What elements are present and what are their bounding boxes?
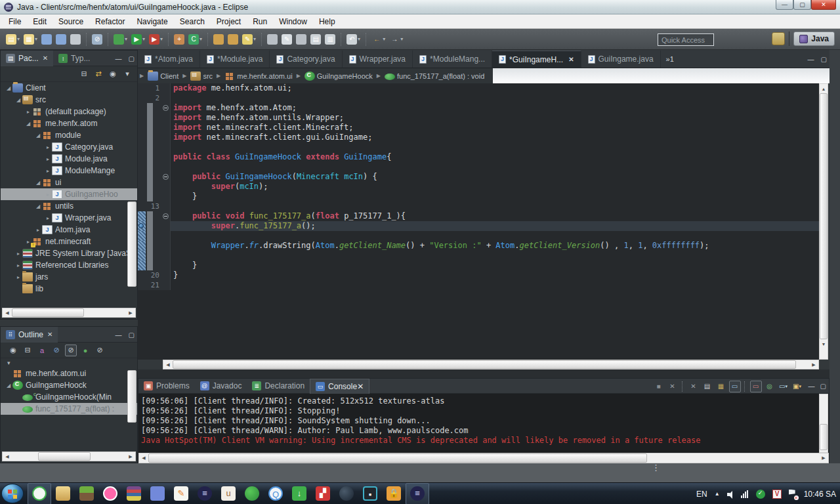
- window-minimize-button[interactable]: —: [776, 0, 793, 10]
- taskbar-osu-button[interactable]: [98, 483, 122, 504]
- toolbar-save-button[interactable]: [40, 32, 53, 47]
- console-show-on-stderr-button[interactable]: ▭: [750, 381, 762, 392]
- dropdown-arrow-icon[interactable]: ▾: [358, 36, 360, 42]
- tab-overflow-indicator[interactable]: »1: [666, 55, 674, 63]
- console-open-console-button[interactable]: ▣▾: [791, 381, 803, 392]
- package-explorer-item[interactable]: ◢src: [1, 94, 137, 106]
- antivirus-tray-icon[interactable]: [772, 490, 782, 499]
- toolbar-search-button[interactable]: [295, 32, 308, 47]
- menu-help[interactable]: Help: [313, 15, 341, 28]
- outline-hscroll[interactable]: ◀ ▶: [2, 452, 136, 461]
- toolbar-print-button[interactable]: [69, 32, 82, 47]
- view-toolbar-link-with-editor-button[interactable]: ⇄: [93, 68, 104, 80]
- console-display-selected-console-button[interactable]: ▭▾: [778, 381, 789, 392]
- console-tab-console[interactable]: ▭Console✕: [310, 379, 369, 394]
- package-explorer-item[interactable]: ▸Atom.java: [1, 224, 137, 236]
- editor-tab-guiingamejava[interactable]: GuiIngame.java: [581, 51, 661, 68]
- view-toolbar-hide-static-button[interactable]: ⊘: [65, 345, 77, 356]
- view-toolbar-sort-button[interactable]: a: [36, 345, 48, 356]
- toolbar-back-button[interactable]: ←▾: [370, 32, 387, 47]
- expand-arrow-icon[interactable]: ▸: [14, 274, 22, 280]
- start-button[interactable]: [1, 484, 24, 503]
- view-toolbar-focus-button[interactable]: ◉: [107, 68, 119, 80]
- toolbar-show-view-2-button[interactable]: ▥: [324, 32, 337, 47]
- console-remove-all-terminated-button[interactable]: ✕: [688, 381, 700, 392]
- close-icon[interactable]: ✕: [568, 56, 574, 63]
- console-vscroll[interactable]: [819, 394, 828, 453]
- window-maximize-button[interactable]: ▢: [793, 0, 811, 10]
- open-perspective-button[interactable]: [772, 32, 785, 45]
- taskbar-eclipse-button[interactable]: ≡: [193, 483, 217, 504]
- package-explorer-item[interactable]: ◢module: [1, 129, 137, 141]
- toolbar-run-button[interactable]: ▶▾: [130, 32, 146, 47]
- toolbar-new-button[interactable]: ▤▾: [5, 32, 21, 47]
- dropdown-arrow-icon[interactable]: ▾: [383, 36, 385, 42]
- minimize-console-icon[interactable]: —: [808, 383, 815, 390]
- toolbar-mark-occurrences-button[interactable]: ✎▾: [241, 32, 257, 47]
- toolbar-show-view-button[interactable]: ▤: [309, 32, 322, 47]
- titlebar[interactable]: Java - Client/src/me/henfx/atom/ui/GuiIn…: [0, 0, 840, 14]
- toolbar-new-java-project-button[interactable]: ▦▾: [22, 32, 39, 47]
- tab-package-explorer[interactable]: ▤ Pac...✕: [1, 51, 53, 66]
- package-explorer-item[interactable]: ▸Wrapper.java: [1, 212, 137, 224]
- taskbar-quicktime-button[interactable]: Q: [264, 483, 287, 504]
- expand-arrow-icon[interactable]: ▸: [44, 156, 52, 162]
- menu-project[interactable]: Project: [211, 15, 247, 28]
- expand-arrow-icon[interactable]: ▸: [34, 227, 42, 233]
- java-perspective-button[interactable]: Java: [793, 32, 835, 46]
- taskbar-minecraft-button[interactable]: [75, 483, 98, 504]
- expand-arrow-icon[interactable]: ◢: [34, 133, 42, 138]
- toolbar-create-review-button[interactable]: [266, 32, 279, 47]
- fold-collapse-icon[interactable]: [163, 174, 169, 180]
- taskbar-dark-box-button[interactable]: ▪: [358, 483, 382, 504]
- outline-item[interactable]: me.henfx.atom.ui: [1, 368, 137, 379]
- volume-icon[interactable]: [727, 491, 734, 497]
- toolbar-open-type-button[interactable]: [212, 32, 225, 47]
- dropdown-arrow-icon[interactable]: ▾: [200, 36, 202, 42]
- toolbar-debug-button[interactable]: ▾: [112, 32, 129, 47]
- menu-file[interactable]: File: [3, 15, 27, 28]
- toolbar-forward-button[interactable]: →▾: [388, 32, 404, 47]
- action-center-flag-icon[interactable]: [789, 490, 797, 499]
- console-clear-console-button[interactable]: ▤: [702, 381, 713, 392]
- console-terminate-button[interactable]: ■: [653, 381, 665, 392]
- breadcrumb-mehenfxatomui[interactable]: me.henfx.atom.ui: [222, 72, 294, 81]
- breadcrumb-guiingamehoock[interactable]: GuiIngameHoock: [303, 72, 375, 81]
- expand-arrow-icon[interactable]: ◢: [14, 97, 22, 103]
- console-tab-problems[interactable]: ▣Problems: [138, 379, 195, 394]
- outline-view-menu[interactable]: ▾: [1, 358, 137, 368]
- expand-arrow-icon[interactable]: ▸: [14, 262, 22, 268]
- minimize-view-icon[interactable]: —: [116, 55, 122, 62]
- package-explorer-item[interactable]: ▸Category.java: [1, 141, 137, 153]
- fold-collapse-icon[interactable]: [163, 213, 169, 219]
- expand-arrow-icon[interactable]: ▸: [24, 109, 32, 115]
- view-toolbar-view-menu-button[interactable]: ▾: [121, 68, 133, 80]
- language-indicator[interactable]: EN: [696, 490, 707, 499]
- editor-console-sash[interactable]: [138, 369, 830, 378]
- toolbar-skip-all-breakpoints-button[interactable]: ⊘: [91, 32, 104, 47]
- dropdown-arrow-icon[interactable]: ▾: [253, 36, 256, 42]
- console-pin-console-button[interactable]: ◎: [764, 381, 776, 392]
- view-toolbar-hide-local-types-button[interactable]: ⊘: [94, 345, 106, 356]
- maximize-view-icon[interactable]: ▢: [129, 55, 135, 62]
- taskbar-security-lock-button[interactable]: 🔒: [382, 483, 406, 504]
- toolbar-new-java-ee-button[interactable]: +: [173, 32, 186, 47]
- editor-tab-atomjava[interactable]: *Atom.java: [138, 51, 200, 68]
- editor-hscroll[interactable]: ◀ ▶: [163, 360, 819, 369]
- outline-item[interactable]: ◢GuiIngameHoock: [1, 379, 137, 391]
- menu-edit[interactable]: Edit: [27, 15, 52, 28]
- dropdown-arrow-icon[interactable]: ▾: [35, 36, 37, 42]
- taskbar-idm-button[interactable]: ↓: [287, 483, 311, 504]
- view-toolbar-hide-fields-button[interactable]: ⊘: [51, 345, 62, 356]
- dropdown-arrow-icon[interactable]: ▾: [17, 36, 20, 42]
- expand-arrow-icon[interactable]: ◢: [5, 85, 12, 91]
- expand-arrow-icon[interactable]: ◢: [24, 121, 32, 127]
- expand-arrow-icon[interactable]: ▸: [44, 168, 52, 174]
- network-icon[interactable]: [741, 490, 749, 498]
- console-show-on-stdout-button[interactable]: ▭: [729, 381, 741, 392]
- menu-navigate[interactable]: Navigate: [131, 15, 173, 28]
- editor-tab-modulejava[interactable]: *Module.java: [200, 51, 270, 68]
- show-hidden-icons[interactable]: ▲: [715, 491, 720, 497]
- expand-arrow-icon[interactable]: ◢: [34, 203, 42, 209]
- package-explorer-item[interactable]: ◢me.henfx.atom: [1, 117, 137, 129]
